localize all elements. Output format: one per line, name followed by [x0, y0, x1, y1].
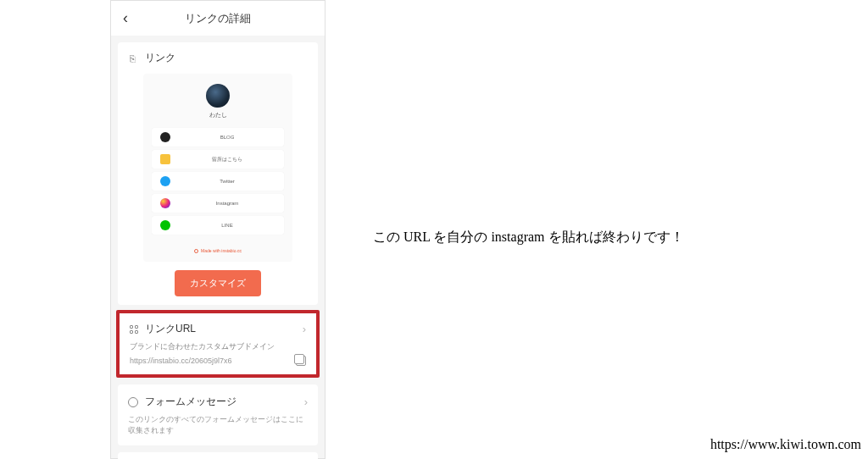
preview-link-line[interactable]: LINE [152, 216, 284, 235]
url-value-row: https://instabio.cc/20605j9l7x6 [130, 356, 306, 366]
link-url-section[interactable]: リンクURL › ブランドに合わせたカスタムサブドメイン https://ins… [120, 313, 316, 374]
link-label: 留所はこちら [179, 156, 275, 163]
grid-icon [130, 325, 138, 334]
header: ‹ リンクの詳細 [111, 1, 325, 36]
link-section: ⎘ リンク わたし BLOG 留所はこちら Twitter Instagram [118, 42, 318, 305]
avatar [206, 84, 230, 108]
link-section-title: リンク [145, 51, 175, 65]
link-icon: ⎘ [126, 53, 138, 64]
profile-name: わたし [209, 111, 227, 119]
phone-frame: ‹ リンクの詳細 ⎘ リンク わたし BLOG 留所はこちら Twitter [110, 0, 326, 459]
link-url-title: リンクURL [145, 322, 196, 336]
link-url-header-left: リンクURL [130, 322, 196, 336]
back-icon[interactable]: ‹ [123, 9, 128, 27]
twitter-icon [160, 176, 170, 186]
page-title: リンクの詳細 [185, 11, 251, 26]
chat-icon [128, 397, 138, 407]
advanced-settings-section[interactable]: 高度な設定 › SEO,Google Analytics Integration… [118, 452, 318, 459]
link-section-header: ⎘ リンク [126, 51, 309, 65]
preview-link-twitter[interactable]: Twitter [152, 172, 284, 191]
made-with-label: Made with instabio.cc [201, 248, 242, 253]
form-message-header: フォームメッセージ › [128, 395, 308, 409]
link-label: LINE [179, 223, 275, 228]
blog-icon [160, 132, 170, 142]
link-url-value: https://instabio.cc/20605j9l7x6 [130, 357, 232, 365]
instagram-icon [160, 198, 170, 208]
link-label: Instagram [179, 201, 275, 206]
customize-button[interactable]: カスタマイズ [175, 270, 261, 296]
annotation-text: この URL を自分の instagram を貼れば終わりです！ [373, 229, 684, 246]
preview-area: わたし BLOG 留所はこちら Twitter Instagram LINE [143, 74, 292, 262]
source-url: https://www.kiwi.town.com [710, 437, 861, 452]
preview-link-instagram[interactable]: Instagram [152, 194, 284, 213]
made-with: Made with instabio.cc [194, 248, 242, 253]
chevron-right-icon: › [303, 323, 306, 335]
link-label: Twitter [179, 179, 275, 184]
link-url-header: リンクURL › [130, 322, 306, 336]
form-message-subtitle: このリンクのすべてのフォームメッセージはここに収集されます [128, 414, 308, 435]
preview-link-blog[interactable]: BLOG [152, 128, 284, 147]
link-url-subtitle: ブランドに合わせたカスタムサブドメイン [130, 341, 306, 352]
chevron-right-icon: › [304, 395, 308, 408]
link-label: BLOG [179, 135, 275, 140]
line-icon [160, 220, 170, 230]
copy-icon[interactable] [296, 356, 306, 366]
preview-link-reservation[interactable]: 留所はこちら [152, 150, 284, 169]
form-message-section[interactable]: フォームメッセージ › このリンクのすべてのフォームメッセージはここに収集されま… [118, 384, 318, 445]
made-with-icon [194, 249, 198, 253]
form-message-title: フォームメッセージ [145, 395, 236, 409]
reservation-icon [160, 154, 170, 164]
link-url-highlight: リンクURL › ブランドに合わせたカスタムサブドメイン https://ins… [116, 310, 320, 378]
